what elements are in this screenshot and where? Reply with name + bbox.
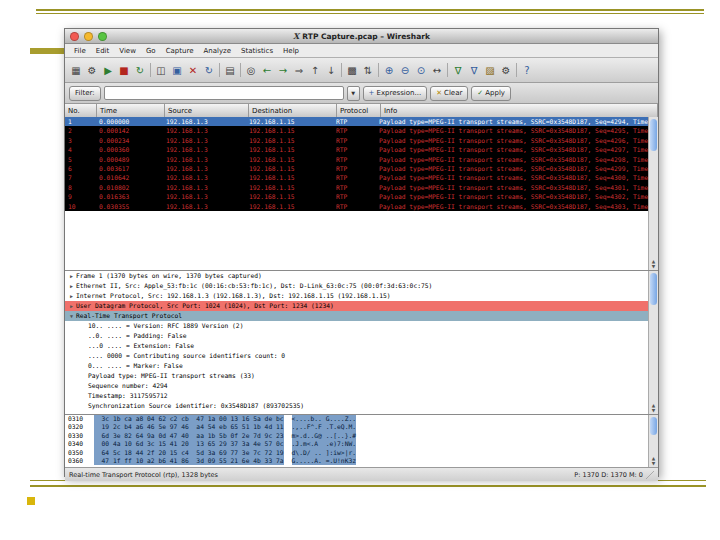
window-titlebar[interactable]: X RTP Capture.pcap – Wireshark — [65, 29, 658, 44]
detail-row[interactable]: ▶Ethernet II, Src: Apple_53:fb:1c (00:16… — [65, 281, 649, 291]
packet-row[interactable]: 50.000489192.168.1.3192.168.1.15RTPPaylo… — [65, 155, 649, 164]
expander-right-icon[interactable]: ▶ — [67, 301, 76, 311]
close-file-icon[interactable]: ✕ — [185, 62, 201, 78]
list-interfaces-icon[interactable]: ▦ — [68, 62, 84, 78]
expander-right-icon[interactable]: ▶ — [67, 291, 76, 301]
filter-input[interactable] — [104, 86, 344, 100]
go-forward-icon[interactable]: → — [275, 62, 291, 78]
detail-row[interactable]: ▼Real-Time Transport Protocol — [65, 311, 649, 321]
detail-row[interactable]: Timestamp: 3117595712 — [65, 391, 649, 401]
capture-stop-icon[interactable]: ■ — [116, 62, 132, 78]
scrollbar-arrows[interactable]: ▲▼ — [649, 456, 658, 466]
scrollbar-arrows[interactable]: ▲▼ — [649, 403, 658, 413]
scrollbar-thumb[interactable] — [650, 273, 657, 305]
menu-file[interactable]: File — [69, 47, 91, 55]
detail-row[interactable]: Sequence number: 4294 — [65, 381, 649, 391]
detail-row[interactable]: ...0 .... = Extension: False — [65, 341, 649, 351]
zoom-100-icon[interactable]: ⊙ — [413, 62, 429, 78]
hex-offset: 0320 — [65, 423, 94, 431]
column-header-source[interactable]: Source — [165, 104, 249, 117]
colorize-icon[interactable]: ▩ — [344, 62, 360, 78]
packet-row[interactable]: 40.000360192.168.1.3192.168.1.15RTPPaylo… — [65, 145, 649, 154]
column-header-destination[interactable]: Destination — [249, 104, 337, 117]
menu-edit[interactable]: Edit — [91, 47, 115, 55]
go-top-icon[interactable]: ↑ — [307, 62, 323, 78]
detail-row[interactable]: ▶Frame 1 (1370 bytes on wire, 1370 bytes… — [65, 271, 649, 281]
close-window-button[interactable] — [70, 32, 79, 41]
menu-statistics[interactable]: Statistics — [236, 47, 278, 55]
expression-button[interactable]: +Expression... — [363, 86, 428, 101]
help-icon[interactable]: ? — [519, 62, 535, 78]
autoscroll-icon[interactable]: ⇅ — [360, 62, 376, 78]
detail-row[interactable]: Synchronization Source identifier: 0x354… — [65, 401, 649, 411]
expander-right-icon[interactable]: ▶ — [67, 271, 76, 281]
column-header-info[interactable]: Info — [381, 104, 658, 117]
hex-row[interactable]: 0330 6d 3e 82 64 9a 0d 47 40 aa 1b 5b 0f… — [65, 432, 649, 440]
zoom-out-icon[interactable]: ⊖ — [397, 62, 413, 78]
menu-help[interactable]: Help — [278, 47, 304, 55]
menu-view[interactable]: View — [114, 47, 141, 55]
packet-row[interactable]: 10.000000192.168.1.3192.168.1.15RTPPaylo… — [65, 117, 649, 126]
packet-row[interactable]: 90.016363192.168.1.3192.168.1.15RTPPaylo… — [65, 192, 649, 201]
scrollbar-thumb[interactable] — [650, 119, 657, 151]
open-file-icon[interactable]: ◫ — [153, 62, 169, 78]
packet-row[interactable]: 80.010802192.168.1.3192.168.1.15RTPPaylo… — [65, 183, 649, 192]
detail-row[interactable]: ▶Internet Protocol, Src: 192.168.1.3 (19… — [65, 291, 649, 301]
hex-row[interactable]: 0320 19 2c b4 a6 46 5e 97 46 a4 54 eb 65… — [65, 423, 649, 431]
menu-capture[interactable]: Capture — [161, 47, 199, 55]
column-header-protocol[interactable]: Protocol — [337, 104, 381, 117]
menu-go[interactable]: Go — [141, 47, 161, 55]
hex-row[interactable]: 0350 64 5c 18 44 2f 20 15 c4 5d 3a 69 77… — [65, 449, 649, 457]
hex-row[interactable]: 0360 47 1f ff 10 a2 b6 41 86 3d 09 55 21… — [65, 457, 649, 465]
find-packet-icon[interactable]: ◎ — [243, 62, 259, 78]
capture-filter-icon[interactable]: ∇ — [450, 62, 466, 78]
column-header-time[interactable]: Time — [97, 104, 165, 117]
save-file-icon[interactable]: ▣ — [169, 62, 185, 78]
packet-row[interactable]: 20.000142192.168.1.3192.168.1.15RTPPaylo… — [65, 126, 649, 135]
detail-row[interactable]: 0... .... = Marker: False — [65, 361, 649, 371]
detail-row[interactable]: .... 0000 = Contributing source identifi… — [65, 351, 649, 361]
capture-options-icon[interactable]: ⚙ — [84, 62, 100, 78]
clear-button[interactable]: ✕Clear — [430, 86, 468, 101]
hex-row[interactable]: 0310 3c 1b ca a8 04 62 c2 cb 47 1a 00 13… — [65, 415, 649, 423]
scroll-down-icon[interactable]: ▼ — [652, 408, 655, 413]
scrollbar-arrows[interactable]: ▲▼ — [649, 259, 658, 269]
go-back-icon[interactable]: ← — [259, 62, 275, 78]
column-header-no[interactable]: No. — [65, 104, 97, 117]
scroll-down-icon[interactable]: ▼ — [652, 264, 655, 269]
capture-restart-icon[interactable]: ↻ — [132, 62, 148, 78]
hex-row[interactable]: 0340 00 4a 10 6d 3c 15 41 20 13 65 29 37… — [65, 440, 649, 448]
menu-analyze[interactable]: Analyze — [198, 47, 236, 55]
coloring-rules-icon[interactable]: ▨ — [482, 62, 498, 78]
filter-dropdown-button[interactable]: ▼ — [347, 86, 360, 101]
resize-columns-icon[interactable]: ↔ — [429, 62, 445, 78]
go-to-packet-icon[interactable]: ⇒ — [291, 62, 307, 78]
packet-details-scrollbar[interactable]: ▲▼ — [648, 271, 658, 414]
scrollbar-thumb[interactable] — [650, 417, 657, 435]
display-filter-icon[interactable]: ∇ — [466, 62, 482, 78]
preferences-icon[interactable]: ⚙ — [498, 62, 514, 78]
detail-row[interactable]: ▶User Datagram Protocol, Src Port: 1024 … — [65, 301, 649, 311]
packet-row[interactable]: 100.030355192.168.1.3192.168.1.15RTPPayl… — [65, 202, 649, 211]
expander-down-icon[interactable]: ▼ — [67, 311, 76, 321]
print-icon[interactable]: ▤ — [222, 62, 238, 78]
packet-row[interactable]: 70.010642192.168.1.3192.168.1.15RTPPaylo… — [65, 173, 649, 182]
apply-button[interactable]: ✓Apply — [471, 86, 511, 101]
zoom-window-button[interactable] — [98, 32, 107, 41]
filter-button[interactable]: Filter: — [69, 86, 101, 101]
scroll-down-icon[interactable]: ▼ — [652, 461, 655, 466]
packet-row[interactable]: 30.000234192.168.1.3192.168.1.15RTPPaylo… — [65, 136, 649, 145]
resize-grip[interactable] — [646, 471, 654, 479]
capture-start-icon[interactable]: ▶ — [100, 62, 116, 78]
detail-row[interactable]: Payload type: MPEG-II transport streams … — [65, 371, 649, 381]
packet-list-scrollbar[interactable]: ▲▼ — [648, 117, 658, 270]
expander-right-icon[interactable]: ▶ — [67, 281, 76, 291]
packet-row[interactable]: 60.003617192.168.1.3192.168.1.15RTPPaylo… — [65, 164, 649, 173]
minimize-window-button[interactable] — [84, 32, 93, 41]
reload-file-icon[interactable]: ↻ — [201, 62, 217, 78]
detail-row[interactable]: ..0. .... = Padding: False — [65, 331, 649, 341]
packet-bytes-scrollbar[interactable]: ▲▼ — [648, 415, 658, 467]
detail-row[interactable]: 10.. .... = Version: RFC 1889 Version (2… — [65, 321, 649, 331]
go-bottom-icon[interactable]: ↓ — [323, 62, 339, 78]
zoom-in-icon[interactable]: ⊕ — [381, 62, 397, 78]
